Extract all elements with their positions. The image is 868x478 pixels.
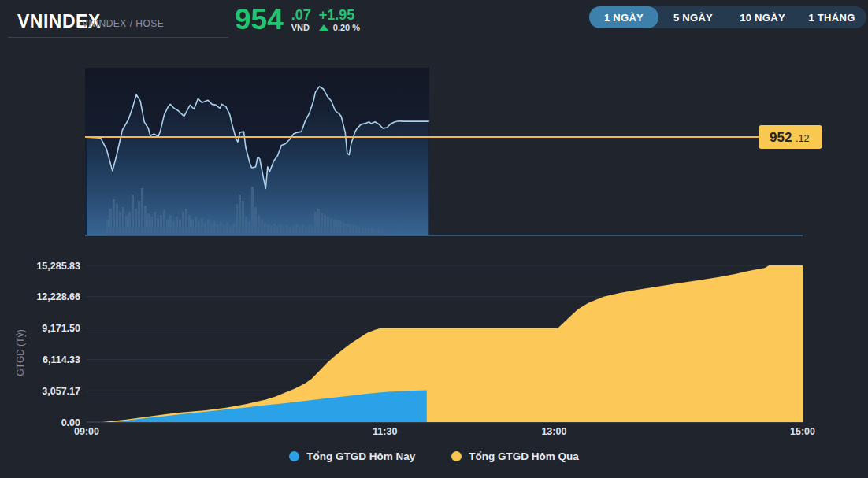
range-tabs: 1 NGÀY5 NGÀY10 NGÀY1 THÁNG	[589, 6, 866, 28]
currency-label: VND	[291, 22, 311, 33]
gtgd-yesterday-area	[102, 265, 803, 422]
up-triangle-icon	[319, 24, 328, 31]
last-price-value: 954	[235, 4, 284, 35]
price-chart[interactable]: 952 .12	[0, 39, 868, 248]
price-block: 954 .07 VND +1.95 0.20 %	[235, 4, 360, 35]
today-dot-icon	[289, 451, 299, 461]
yesterday-dot-icon	[451, 451, 462, 461]
gtgd-today-area	[113, 391, 427, 422]
reference-price-decimal: .12	[796, 133, 809, 144]
last-price-decimal: .07	[291, 8, 311, 22]
price-change: +1.95	[319, 8, 360, 22]
reference-price-main: 952	[770, 130, 792, 145]
header-divider	[8, 37, 228, 38]
tab-10-ngày[interactable]: 10 NGÀY	[728, 6, 797, 28]
gtgd-axis-title: GTGD (Tỷ)	[15, 329, 26, 376]
gtgd-chart[interactable]: 15,285.8312,228.669,171.506,114.333,057.…	[0, 256, 868, 478]
x-tick-label: 13:00	[541, 426, 566, 437]
legend-item-yesterday[interactable]: Tổng GTGD Hôm Qua	[451, 450, 579, 462]
symbol-exchange-label: VNINDEX / HOSE	[82, 18, 164, 29]
vnindex-chart-panel: VNINDEX VNINDEX / HOSE 954 .07 VND +1.95…	[0, 0, 868, 478]
legend-label-yesterday: Tổng GTGD Hôm Qua	[469, 450, 579, 462]
reference-price-badge: 952 .12	[759, 125, 822, 149]
x-tick-label: 11:30	[373, 426, 397, 437]
y-tick-label: 9,171.50	[42, 323, 80, 334]
x-tick-label: 09:00	[74, 426, 99, 437]
legend-label-today: Tổng GTGD Hôm Nay	[306, 450, 415, 462]
tab-5-ngày[interactable]: 5 NGÀY	[658, 6, 728, 28]
y-tick-label: 12,228.66	[36, 291, 80, 302]
y-tick-label: 6,114.33	[43, 354, 80, 365]
chart-legend: Tổng GTGD Hôm Nay Tổng GTGD Hôm Qua	[0, 450, 868, 462]
tab-1-ngày[interactable]: 1 NGÀY	[589, 6, 658, 28]
legend-item-today[interactable]: Tổng GTGD Hôm Nay	[289, 450, 415, 462]
y-tick-label: 15,285.83	[36, 261, 80, 272]
y-tick-label: 3,057.17	[42, 386, 80, 397]
x-tick-label: 15:00	[790, 426, 815, 437]
tab-1-tháng[interactable]: 1 THÁNG	[797, 6, 866, 28]
price-change-percent: 0.20 %	[333, 22, 360, 33]
